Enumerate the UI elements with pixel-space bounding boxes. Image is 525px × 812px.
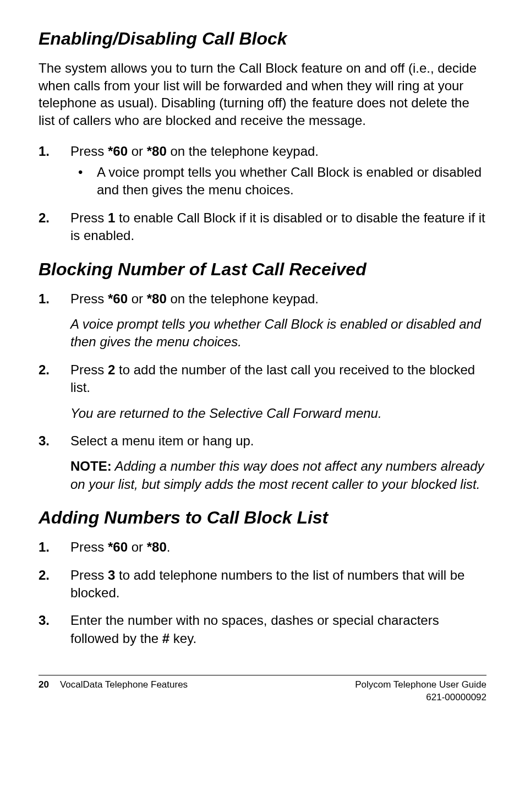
txt: Press [70, 539, 108, 554]
footer-divider [39, 675, 486, 679]
page-footer: 20 VocalData Telephone Features Polycom … [39, 679, 486, 704]
footer-left-text: VocalData Telephone Features [60, 679, 188, 704]
txt: or [128, 144, 147, 159]
txt: key. [169, 631, 196, 646]
result-text: You are returned to the Selective Call F… [70, 405, 486, 422]
step-text: Press *60 or *80 on the telephone keypad… [70, 144, 319, 159]
note-label: NOTE: [70, 459, 112, 473]
step-text: Press 1 to enable Call Block if it is di… [70, 210, 485, 243]
list-item: 3. Enter the number with no spaces, dash… [39, 612, 486, 647]
result-text: A voice prompt tells you whether Call Bl… [70, 315, 486, 351]
txt: or [128, 539, 147, 554]
footer-right-line1: Polycom Telephone User Guide [355, 679, 486, 691]
txt: to add telephone numbers to the list of … [70, 568, 464, 600]
step-marker: 1. [39, 290, 50, 308]
kbd-code: 1 [108, 210, 115, 225]
step-text: Press *60 or *80 on the telephone keypad… [70, 291, 319, 306]
txt: to add the number of the last call you r… [70, 362, 475, 395]
step-text: Press *60 or *80. [70, 539, 170, 554]
kbd-code: *80 [147, 539, 167, 554]
steps-s3: 1. Press *60 or *80. 2. Press 3 to add t… [39, 538, 486, 647]
txt: to enable Call Block if it is disabled o… [70, 210, 485, 243]
step-text: Press 3 to add telephone numbers to the … [70, 568, 464, 600]
list-item: 1. Press *60 or *80 on the telephone key… [39, 143, 486, 199]
txt: or [128, 291, 147, 306]
txt: Press [70, 568, 108, 582]
sub-bullets: A voice prompt tells you whether Call Bl… [70, 164, 486, 199]
kbd-code: *60 [108, 291, 128, 306]
step-text: Press 2 to add the number of the last ca… [70, 362, 475, 395]
intro-pre: The [39, 61, 65, 75]
txt: Press [70, 291, 108, 306]
list-item: 2. Press 2 to add the number of the last… [39, 361, 486, 422]
footer-left: 20 VocalData Telephone Features [39, 679, 188, 704]
list-item: 1. Press *60 or *80. [39, 538, 486, 556]
kbd-code: # [162, 631, 169, 646]
txt: Press [70, 362, 108, 377]
page: Enabling/Disabling Call Block The system… [0, 0, 525, 812]
step-marker: 1. [39, 143, 50, 160]
step-marker: 3. [39, 432, 50, 450]
list-item: 1. Press *60 or *80 on the telephone key… [39, 290, 486, 351]
txt: Press [70, 210, 108, 225]
step-marker: 3. [39, 612, 50, 629]
txt: . [167, 539, 171, 554]
note-body: Adding a number this way does not affect… [70, 459, 484, 491]
intro-paragraph: The system allows you to turn the Call B… [39, 59, 486, 129]
heading-blocking-last-call: Blocking Number of Last Call Received [39, 258, 486, 280]
txt: on the telephone keypad. [167, 291, 319, 306]
kbd-code: *80 [147, 291, 167, 306]
steps-s2: 1. Press *60 or *80 on the telephone key… [39, 290, 486, 494]
step-marker: 2. [39, 566, 50, 584]
list-item: A voice prompt tells you whether Call Bl… [70, 164, 486, 199]
note: NOTE: Adding a number this way does not … [70, 457, 486, 493]
kbd-code: *80 [147, 144, 167, 159]
kbd-code: *60 [108, 539, 128, 554]
step-text: Select a menu item or hang up. [70, 433, 254, 448]
step-text: Enter the number with no spaces, dashes … [70, 613, 439, 645]
steps-s1: 1. Press *60 or *80 on the telephone key… [39, 143, 486, 245]
footer-right: Polycom Telephone User Guide 621-0000009… [355, 679, 486, 704]
txt: Press [70, 144, 108, 159]
heading-adding-numbers: Adding Numbers to Call Block List [39, 506, 486, 528]
page-number: 20 [39, 679, 49, 704]
step-marker: 1. [39, 538, 50, 556]
list-item: 2. Press 3 to add telephone numbers to t… [39, 566, 486, 602]
footer-right-line2: 621-00000092 [355, 691, 486, 704]
step-marker: 2. [39, 209, 50, 227]
kbd-code: *60 [108, 144, 128, 159]
intro-post: system allows you to turn the Call Block… [39, 61, 477, 128]
heading-enabling-disabling: Enabling/Disabling Call Block [39, 28, 486, 50]
kbd-code: 3 [108, 568, 115, 582]
kbd-code: 2 [108, 362, 115, 377]
list-item: 2. Press 1 to enable Call Block if it is… [39, 209, 486, 245]
list-item: 3. Select a menu item or hang up. NOTE: … [39, 432, 486, 493]
txt: on the telephone keypad. [167, 144, 319, 159]
step-marker: 2. [39, 361, 50, 379]
txt: Enter the number with no spaces, dashes … [70, 613, 439, 645]
